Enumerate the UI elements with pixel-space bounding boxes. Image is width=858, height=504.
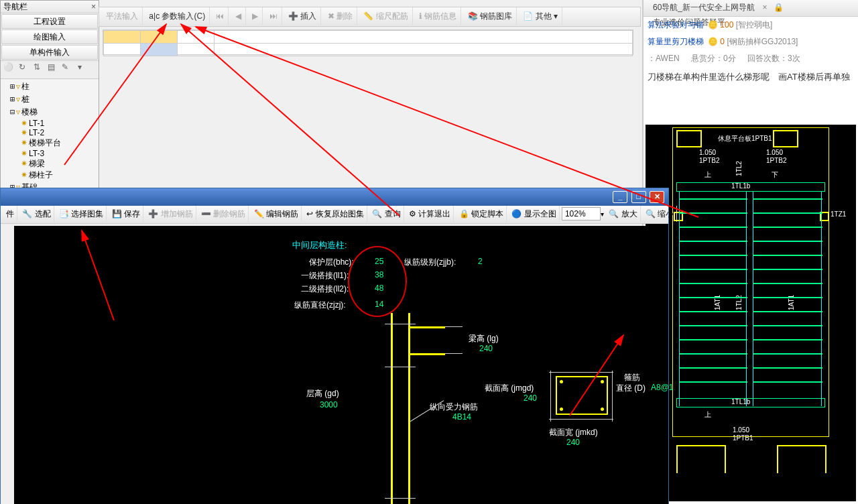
stair-top-label: 休息平台板1PTB1: [718, 134, 772, 143]
nav-tree: ⊞▿柱 ⊞▿桩 ⊟▿楼梯 ✷LT-1 ✷LT-2 ✷楼梯平台 ✷LT-3 ✷梯梁…: [1, 79, 99, 195]
section-box: [556, 376, 608, 415]
tb-delbar[interactable]: ➖ 删除钢筋: [198, 206, 249, 222]
tree-child-lt1[interactable]: ✷LT-1: [3, 119, 96, 128]
nav-icon-row: ⚪ ↻ ⇅ ▤ ✎ ▾: [1, 60, 99, 79]
tb-info[interactable]: ℹ 钢筋信息: [415, 7, 461, 25]
tab-360[interactable]: 60导航_新一代安全上网导航: [648, 0, 760, 15]
close-button[interactable]: ✕: [650, 191, 664, 203]
sub-titlebar: _ □ ✕: [1, 188, 668, 206]
tb-addbar[interactable]: ➕ 增加钢筋: [145, 206, 196, 222]
tb-save[interactable]: 💾 保存: [109, 206, 143, 222]
cad-heading: 中间层构造柱:: [292, 239, 347, 251]
nav-header: 导航栏 ×: [1, 1, 99, 13]
sort-icon[interactable]: ⇅: [31, 62, 43, 72]
nav-close-icon[interactable]: ×: [91, 1, 96, 13]
sub-toolbar: 件 🔧 选配 📑 选择图集 💾 保存 ➕ 增加钢筋 ➖ 删除钢筋 ✏️ 编辑钢筋…: [1, 206, 668, 224]
tree-child-tiliang[interactable]: ✷梯梁: [3, 158, 96, 170]
tree-child-lt3[interactable]: ✷LT-3: [3, 149, 96, 158]
tree-node-zhu[interactable]: ⊞▿柱: [3, 80, 96, 93]
tb-xuanze[interactable]: 📑 选择图集: [56, 206, 107, 222]
tb-other[interactable]: 📄 其他 ▾: [519, 7, 562, 25]
tb-showall[interactable]: 🔵 显示全图: [509, 206, 559, 222]
tb-lib[interactable]: 📚 钢筋图库: [464, 7, 517, 25]
navigator-panel: 导航栏 × 工程设置 绘图输入 单构件输入 ⚪ ↻ ⇅ ▤ ✎ ▾ ⊞▿柱 ⊞▿…: [0, 0, 99, 196]
qa-meta: ：AWEN 悬赏分：0分 回答次数：3次: [644, 50, 858, 67]
maximize-button[interactable]: □: [631, 191, 646, 203]
minimize-button[interactable]: _: [613, 191, 627, 203]
nav-title: 导航栏: [3, 2, 27, 11]
refresh-icon[interactable]: ↻: [16, 62, 28, 72]
sub-window: _ □ ✕ 件 🔧 选配 📑 选择图集 💾 保存 ➕ 增加钢筋 ➖ 删除钢筋 ✏…: [0, 188, 669, 504]
main-toolbar: 平法输入 a|c 参数输入(C) ⏮ ◀ ▶ ⏭ ➕ 插入 ✖ 删除 📏 缩尺配…: [99, 7, 641, 27]
filter-icon[interactable]: ⚪: [2, 62, 14, 72]
tb-query[interactable]: 🔍 查询: [369, 206, 404, 222]
tree-child-tizhuzi[interactable]: ✷梯柱子: [3, 170, 96, 181]
tb-delete[interactable]: ✖ 删除: [324, 7, 357, 25]
tree-node-louti[interactable]: ⊟▿楼梯: [3, 106, 96, 119]
nav-btn-single[interactable]: 单构件输入: [1, 45, 98, 60]
tb-xuanpei[interactable]: 🔧 选配: [19, 206, 54, 222]
tb-restore[interactable]: ↩ 恢复原始图集: [304, 206, 367, 222]
right-panel: 60导航_新一代安全上网导航 × 🔒 专业造价问题答疑平 算法求验对与错 🪙10…: [642, 0, 858, 504]
tool-icon[interactable]: ✎: [59, 62, 71, 72]
nav-btn-draw[interactable]: 绘图输入: [1, 29, 98, 44]
tb-zoomout[interactable]: 🔍 缩小: [643, 206, 677, 222]
tree-child-lt2[interactable]: ✷LT-2: [3, 128, 96, 137]
tb-param[interactable]: a|c 参数输入(C): [145, 7, 210, 25]
tb-calcexit[interactable]: ⚙ 计算退出: [406, 206, 454, 222]
cad-canvas[interactable]: 中间层构造柱: 保护层(bhc):25 一级搭接(ll1):38 二级搭接(ll…: [14, 226, 668, 504]
tb-insert[interactable]: ➕ 插入: [284, 7, 321, 25]
zoom-combo[interactable]: 102%: [562, 207, 601, 220]
data-grid[interactable]: [103, 29, 633, 55]
tb-editbar[interactable]: ✏️ 编辑钢筋: [251, 206, 302, 222]
qa-link-2[interactable]: 算量里剪刀楼梯 🪙0 [钢筋抽样GGJ2013]: [644, 34, 858, 50]
tree-child-ltpt[interactable]: ✷楼梯平台: [3, 137, 96, 149]
expand-icon[interactable]: ▤: [45, 62, 57, 72]
highlight-circle: [348, 246, 407, 317]
qa-link-1[interactable]: 算法求验对与错 🪙100 [智控弱电]: [644, 17, 858, 34]
tb-nav-prev[interactable]: ◀: [231, 7, 246, 25]
tb-zoomin[interactable]: 🔍 放大: [606, 206, 640, 222]
tb-ping[interactable]: 平法输入: [102, 7, 143, 25]
tb-lock[interactable]: 🔒 锁定脚本: [456, 206, 507, 222]
tb-jian[interactable]: 件: [3, 206, 17, 222]
more-icon[interactable]: ▾: [74, 62, 86, 72]
nav-btn-project[interactable]: 工程设置: [1, 14, 98, 29]
tb-nav-last[interactable]: ⏭: [265, 7, 282, 25]
qa-question: 刀楼梯在单构件里选什么梯形呢 画AT楼梯后再单独: [644, 67, 858, 87]
tb-nav-first[interactable]: ⏮: [212, 7, 229, 25]
stair-drawing: 休息平台板1PTB1 1.050 1PTB2 1.050 1PTB2 上 下 1…: [646, 125, 856, 501]
browser-tabs: 60导航_新一代安全上网导航 × 🔒 专业造价问题答疑平: [644, 0, 858, 17]
tb-nav-next[interactable]: ▶: [248, 7, 263, 25]
tb-scale[interactable]: 📏 缩尺配筋: [359, 7, 412, 25]
tree-node-zhuang[interactable]: ⊞▿桩: [3, 93, 96, 106]
